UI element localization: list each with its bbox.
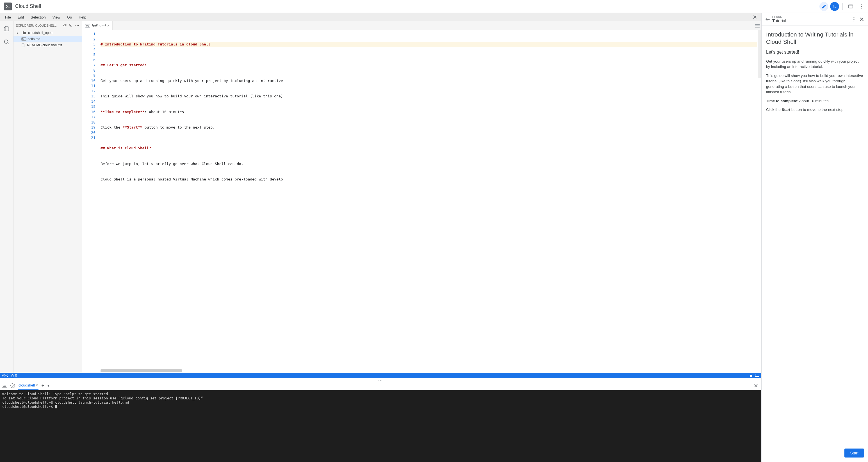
tutorial-p1: Get your users up and running quickly wi… bbox=[766, 59, 864, 70]
markdown-icon: M↓ bbox=[85, 24, 90, 28]
svg-point-33 bbox=[4, 385, 5, 386]
svg-point-31 bbox=[3, 385, 3, 386]
terminal[interactable]: Welcome to Cloud Shell! Type "help" to g… bbox=[0, 390, 761, 462]
refresh-icon bbox=[63, 24, 67, 28]
gutter: 123456789101112131415161718192021 bbox=[82, 30, 98, 373]
tutorial-time-value: : About 10 minutes bbox=[797, 99, 829, 103]
minimap[interactable] bbox=[757, 30, 761, 373]
settings-button[interactable] bbox=[10, 383, 15, 388]
file-icon bbox=[21, 43, 26, 47]
editor-area: M↓ hello.md × 12345678910111213141516171… bbox=[82, 21, 761, 373]
panel-resize-handle[interactable] bbox=[0, 378, 761, 381]
tutorial-heading: Introduction to Writing Tutorials in Clo… bbox=[766, 31, 864, 46]
errors-count: 0 bbox=[6, 373, 8, 377]
minimap-thumb[interactable] bbox=[758, 30, 761, 78]
arrow-left-icon bbox=[765, 16, 771, 22]
svg-rect-12 bbox=[70, 25, 72, 26]
open-new-window-button[interactable] bbox=[846, 2, 855, 11]
menu-edit[interactable]: Edit bbox=[15, 14, 27, 21]
activity-bar bbox=[0, 21, 13, 373]
svg-point-32 bbox=[4, 385, 4, 386]
terminal-dropdown-button[interactable]: ▼ bbox=[47, 384, 50, 387]
explorer-activity-button[interactable] bbox=[3, 25, 11, 33]
collapse-icon bbox=[69, 24, 73, 28]
close-tab-button[interactable]: × bbox=[107, 24, 110, 28]
menu-go[interactable]: Go bbox=[64, 14, 75, 21]
terminal-tab-cloudshell[interactable]: cloudshell × bbox=[18, 382, 38, 390]
add-terminal-button[interactable]: + bbox=[41, 383, 44, 388]
close-terminal-panel-button[interactable] bbox=[754, 384, 760, 388]
editor-menubar: File Edit Selection View Go Help bbox=[0, 13, 761, 21]
notifications-button[interactable] bbox=[749, 374, 753, 377]
app-title: Cloud Shell bbox=[15, 3, 41, 9]
tree-item-label: cloudshell_open bbox=[28, 31, 53, 35]
more-horiz-icon bbox=[75, 25, 79, 26]
refresh-button[interactable] bbox=[62, 23, 67, 28]
collapse-button[interactable] bbox=[68, 23, 73, 28]
terminal-icon bbox=[832, 4, 837, 8]
tutorial-time: Time to complete: About 10 minutes bbox=[766, 98, 864, 104]
horizontal-scrollbar[interactable] bbox=[100, 369, 757, 372]
svg-point-27 bbox=[3, 385, 3, 385]
svg-point-34 bbox=[5, 385, 6, 386]
layout-button[interactable] bbox=[755, 374, 759, 377]
svg-point-6 bbox=[861, 8, 862, 8]
editor-tab-hello[interactable]: M↓ hello.md × bbox=[82, 21, 113, 30]
menu-selection[interactable]: Selection bbox=[28, 14, 48, 21]
tree-item[interactable]: ▸cloudshell_open bbox=[13, 30, 82, 36]
warnings-count: 0 bbox=[15, 373, 17, 377]
svg-point-28 bbox=[4, 385, 4, 385]
outline-button[interactable] bbox=[753, 24, 761, 28]
close-editor-button[interactable] bbox=[751, 14, 759, 20]
start-button[interactable]: Start bbox=[844, 449, 864, 458]
menu-file[interactable]: File bbox=[2, 14, 14, 21]
close-icon bbox=[753, 15, 757, 19]
editor-tabs: M↓ hello.md × bbox=[82, 21, 761, 30]
window-icon bbox=[848, 4, 854, 9]
cursor bbox=[55, 405, 57, 408]
layout-icon bbox=[755, 374, 759, 377]
code-content[interactable]: # Introduction to Writing Tutorials in C… bbox=[98, 30, 757, 373]
outline-icon bbox=[755, 24, 760, 28]
more-vert-icon bbox=[861, 4, 862, 9]
errors-indicator[interactable]: 0 bbox=[2, 373, 8, 377]
warning-icon bbox=[11, 374, 14, 377]
explorer-title: EXPLORER: CLOUDSHELL bbox=[16, 24, 61, 27]
svg-rect-24 bbox=[755, 376, 759, 377]
tutorial-close-button[interactable] bbox=[858, 17, 866, 22]
tutorial-more-button[interactable] bbox=[850, 17, 858, 22]
svg-point-13 bbox=[75, 25, 76, 26]
divider bbox=[842, 3, 843, 10]
explorer-sidebar: EXPLORER: CLOUDSHELL ▸cloudshell_openM↓h… bbox=[13, 21, 82, 373]
terminal-tab-label: cloudshell bbox=[19, 383, 35, 387]
tree-item[interactable]: README-cloudshell.txt bbox=[13, 42, 82, 48]
edit-button[interactable] bbox=[819, 2, 828, 11]
tutorial-time-label: Time to complete bbox=[766, 99, 797, 103]
close-icon bbox=[754, 384, 758, 388]
svg-rect-2 bbox=[848, 5, 853, 8]
warnings-indicator[interactable]: 0 bbox=[11, 373, 17, 377]
search-activity-button[interactable] bbox=[3, 38, 11, 46]
menu-view[interactable]: View bbox=[50, 14, 63, 21]
scrollbar-thumb[interactable] bbox=[100, 369, 182, 372]
folder-icon bbox=[23, 31, 27, 35]
error-icon bbox=[2, 374, 6, 377]
menu-help[interactable]: Help bbox=[76, 14, 89, 21]
more-button[interactable] bbox=[857, 2, 866, 11]
svg-point-5 bbox=[861, 6, 862, 7]
keyboard-button[interactable] bbox=[2, 384, 7, 388]
tree-item[interactable]: M↓hello.md bbox=[13, 36, 82, 42]
terminal-button[interactable] bbox=[830, 2, 839, 11]
more-explorer-button[interactable] bbox=[75, 23, 80, 28]
svg-point-14 bbox=[77, 25, 78, 26]
tab-filename: hello.md bbox=[92, 24, 105, 28]
svg-point-39 bbox=[854, 17, 854, 18]
search-icon bbox=[4, 39, 10, 45]
topbar: Cloud Shell bbox=[0, 0, 868, 13]
close-terminal-tab-button[interactable]: × bbox=[36, 383, 38, 387]
tutorial-subheading: Let's get started! bbox=[766, 50, 864, 55]
code-area[interactable]: 123456789101112131415161718192021 # Intr… bbox=[82, 30, 761, 373]
svg-point-41 bbox=[854, 21, 854, 21]
keyboard-icon bbox=[2, 384, 7, 388]
tutorial-back-button[interactable] bbox=[763, 16, 772, 22]
